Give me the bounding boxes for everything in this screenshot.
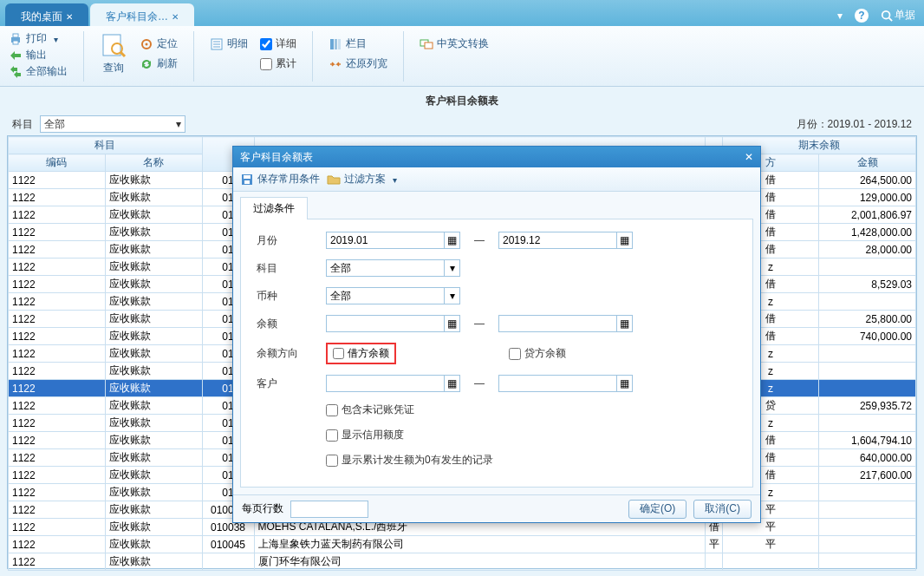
- lang-button[interactable]: 中英文转换: [420, 36, 489, 51]
- calc-icon[interactable]: ▦: [616, 316, 632, 331]
- chk-credit-limit[interactable]: 显示信用额度: [326, 428, 404, 442]
- customer-label: 客户: [257, 376, 317, 391]
- dialog-titlebar[interactable]: 客户科目余额表 ✕: [233, 147, 760, 167]
- balance-label: 余额: [257, 317, 317, 331]
- filter-dialog: 客户科目余额表 ✕ 保存常用条件 过滤方案 过滤条件 月份 2019.01▦ —…: [232, 146, 761, 523]
- detail-checkbox[interactable]: [260, 38, 272, 50]
- balance-from-input[interactable]: ▦: [326, 315, 460, 332]
- export-all-button[interactable]: 全部输出: [9, 64, 68, 79]
- sub-header: 科目 全部▾ 月份：2019.01 - 2019.12: [0, 115, 924, 134]
- credit-check[interactable]: 贷方余额: [509, 346, 566, 361]
- tab-desktop-label: 我的桌面: [21, 10, 62, 24]
- credit-label: 贷方余额: [524, 346, 566, 361]
- folder-icon: [327, 173, 341, 187]
- currency-val: 全部: [330, 289, 351, 304]
- dropdown-icon[interactable]: ▾: [837, 10, 843, 22]
- customer-to-input[interactable]: ▦: [498, 375, 633, 392]
- subject-label: 科目: [12, 117, 33, 132]
- detail-button[interactable]: 明细: [210, 36, 248, 51]
- help-icon[interactable]: ?: [855, 9, 869, 23]
- calendar-icon[interactable]: ▦: [444, 232, 459, 248]
- export-label: 输出: [26, 48, 47, 62]
- baldir-label: 余额方向: [257, 346, 317, 361]
- sum-check[interactable]: 累计: [260, 56, 296, 71]
- dialog-tab-filter[interactable]: 过滤条件: [240, 197, 308, 219]
- chk2-box[interactable]: [326, 429, 338, 442]
- month-to-input[interactable]: 2019.12▦: [498, 232, 633, 249]
- printer-icon: [9, 32, 23, 46]
- lang-label: 中英文转换: [437, 36, 489, 51]
- chk3-label: 显示累计发生额为0有发生的记录: [342, 453, 493, 468]
- lookup-icon[interactable]: ▦: [444, 376, 459, 391]
- dialog-toolbar: 保存常用条件 过滤方案: [233, 167, 760, 192]
- period-value: 2019.01 - 2019.12: [828, 118, 912, 130]
- search-icon[interactable]: 单据: [881, 8, 915, 23]
- save-icon: [240, 173, 254, 187]
- th-amount[interactable]: 金额: [819, 154, 916, 172]
- svg-point-0: [882, 10, 890, 18]
- detail-check[interactable]: 详细: [260, 36, 296, 51]
- cancel-button[interactable]: 取消(C): [693, 500, 752, 519]
- query-button[interactable]: 查询: [100, 31, 127, 75]
- balance-to-input[interactable]: ▦: [498, 315, 633, 332]
- refresh-icon: [140, 57, 153, 71]
- subject-input[interactable]: 全部▾: [326, 259, 460, 277]
- query-label: 查询: [103, 61, 124, 75]
- calendar-icon[interactable]: ▦: [616, 232, 632, 248]
- th-name[interactable]: 名称: [105, 154, 202, 172]
- chk1-box[interactable]: [326, 404, 338, 416]
- restore-button[interactable]: 还原列宽: [329, 56, 387, 71]
- query-icon: [100, 31, 127, 59]
- refresh-button[interactable]: 刷新: [140, 56, 178, 71]
- chk-zero-sum[interactable]: 显示累计发生额为0有发生的记录: [326, 453, 493, 468]
- calc-icon[interactable]: ▦: [444, 316, 459, 331]
- th-subject[interactable]: 科目: [9, 137, 203, 154]
- locate-button[interactable]: 定位: [140, 36, 178, 51]
- ok-button[interactable]: 确定(O): [628, 500, 686, 519]
- svg-rect-21: [244, 180, 250, 184]
- chk1-label: 包含未记账凭证: [342, 403, 414, 417]
- debit-balance-highlight: 借方余额: [326, 343, 396, 364]
- close-icon[interactable]: ✕: [745, 151, 753, 163]
- chevron-down-icon[interactable]: ▾: [444, 260, 459, 276]
- print-button[interactable]: 打印: [9, 31, 68, 46]
- chk3-box[interactable]: [326, 455, 338, 467]
- debit-checkbox[interactable]: [333, 348, 344, 359]
- customer-from-input[interactable]: ▦: [326, 375, 460, 392]
- th-code[interactable]: 编码: [9, 154, 106, 172]
- month-from-value: 2019.01: [330, 234, 368, 246]
- export-button[interactable]: 输出: [9, 48, 68, 62]
- tab-desktop[interactable]: 我的桌面 ✕: [5, 3, 88, 26]
- filter-scheme-button[interactable]: 过滤方案: [327, 172, 397, 187]
- column-label: 栏目: [346, 36, 367, 51]
- lookup-icon[interactable]: ▦: [616, 376, 632, 391]
- filter-label: 过滤方案: [344, 172, 386, 187]
- save-conditions-button[interactable]: 保存常用条件: [240, 172, 320, 187]
- column-button[interactable]: 栏目: [329, 36, 387, 51]
- export-all-label: 全部输出: [26, 64, 68, 79]
- tab-close-icon[interactable]: ✕: [172, 12, 179, 22]
- subject-val: 全部: [330, 261, 351, 276]
- debit-label: 借方余额: [348, 346, 389, 361]
- subject-label2: 科目: [257, 261, 317, 276]
- table-row[interactable]: 1122应收账款010045上海皇象铁力蓝天制药有限公司平平: [9, 536, 916, 553]
- subject-select[interactable]: 全部▾: [40, 115, 185, 133]
- save-label: 保存常用条件: [257, 172, 320, 187]
- table-row[interactable]: 1122应收账款厦门环华有限公司: [9, 553, 916, 571]
- perpage-label: 每页行数: [242, 501, 283, 516]
- svg-rect-18: [425, 43, 433, 49]
- dialog-footer: 每页行数 确定(O) 取消(C): [233, 494, 760, 522]
- perpage-input[interactable]: [290, 501, 368, 518]
- month-to-value: 2019.12: [503, 234, 540, 246]
- chevron-down-icon[interactable]: ▾: [444, 288, 459, 304]
- chk-unposted[interactable]: 包含未记账凭证: [326, 403, 414, 417]
- tab-close-icon[interactable]: ✕: [66, 12, 73, 22]
- detail-label: 明细: [227, 36, 248, 51]
- dialog-body: 月份 2019.01▦ — 2019.12▦ 科目 全部▾ 币种 全部▾ 余额 …: [240, 219, 753, 488]
- sum-checkbox[interactable]: [260, 58, 272, 70]
- window-titlebar: 我的桌面 ✕ 客户科目余… ✕ ▾ ? 单据: [0, 0, 924, 26]
- currency-input[interactable]: 全部▾: [326, 287, 460, 304]
- credit-checkbox[interactable]: [509, 348, 521, 360]
- tab-current[interactable]: 客户科目余… ✕: [90, 3, 194, 26]
- month-from-input[interactable]: 2019.01▦: [326, 232, 460, 249]
